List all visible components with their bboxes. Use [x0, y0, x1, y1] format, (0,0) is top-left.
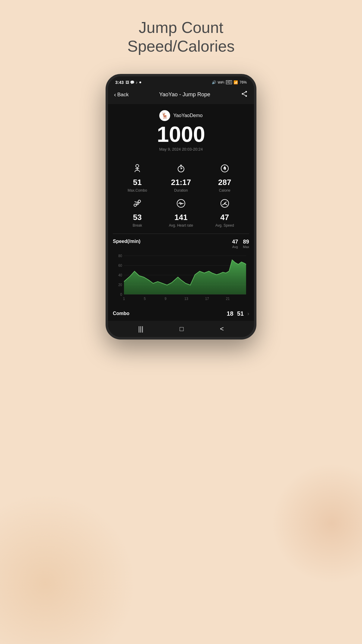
- svg-text:80: 80: [118, 253, 122, 258]
- svg-text:1: 1: [123, 296, 125, 301]
- speedometer-icon: [220, 199, 230, 210]
- page-title: Jump Count Speed/Calories: [127, 18, 235, 56]
- duration-label: Duration: [174, 188, 188, 193]
- break-label: Break: [133, 223, 142, 228]
- svg-text:17: 17: [205, 296, 209, 301]
- stat-speed: 47 Avg. Speed: [204, 199, 245, 228]
- user-info: 🦌 YaoYaoDemo 1000 May 9, 2024 20:03-20:2…: [114, 110, 248, 158]
- username: YaoYaoDemo: [173, 113, 202, 118]
- calorie-value: 287: [218, 178, 231, 187]
- duration-value: 21:17: [171, 178, 191, 187]
- speed-chart: 80 60 40 20 0 1 5 9: [113, 252, 249, 302]
- svg-text:60: 60: [118, 263, 122, 268]
- avg-speed-label: Avg. Speed: [215, 223, 234, 228]
- stats-grid: 51 Max.Combo 21:17 Duration: [114, 161, 248, 234]
- heart-rate-label: Avg. Heart rate: [169, 223, 193, 228]
- status-media-icon: 🖼 💬 ♪: [125, 80, 138, 84]
- stat-calorie: 287 Calorie: [204, 164, 245, 193]
- svg-text:21: 21: [226, 296, 230, 301]
- svg-text:40: 40: [118, 273, 122, 277]
- avatar: 🦌: [159, 110, 170, 121]
- svg-text:13: 13: [184, 296, 188, 301]
- svg-line-4: [243, 92, 246, 93]
- avg-speed-value: 47: [220, 213, 229, 222]
- max-combo-value: 51: [133, 178, 142, 187]
- chart-title: Speed(/min): [113, 239, 141, 244]
- flame-icon: [220, 164, 230, 175]
- jump-count: 1000: [157, 123, 205, 145]
- break-value: 53: [133, 213, 142, 222]
- svg-line-3: [243, 94, 246, 95]
- status-dot: [139, 81, 141, 83]
- svg-point-5: [136, 164, 139, 167]
- user-avatar-row: 🦌 YaoYaoDemo: [159, 110, 202, 121]
- combo-arrow-icon[interactable]: ›: [247, 311, 249, 317]
- svg-point-1: [242, 93, 243, 94]
- signal-icon: 📶: [233, 80, 238, 84]
- status-icons: 🔊 WiFi HD 📶 76%: [212, 80, 247, 84]
- chart-max-label: Max: [243, 245, 249, 249]
- stat-break: 53 Break: [117, 199, 158, 228]
- status-bar: 3:43 🖼 💬 ♪ 🔊 WiFi HD 📶 76%: [108, 76, 254, 87]
- wifi-icon: WiFi: [218, 81, 224, 84]
- chart-avg-value: 47: [232, 239, 238, 245]
- max-combo-label: Max.Combo: [128, 188, 147, 193]
- top-nav: ‹ Back YaoYao - Jump Rope: [108, 87, 254, 104]
- chart-avg-stat: 47 Avg: [232, 239, 238, 249]
- battery-indicator: 76%: [240, 80, 247, 84]
- home-button[interactable]: □: [179, 325, 183, 333]
- heartrate-icon: [176, 199, 186, 210]
- heart-rate-value: 141: [174, 213, 187, 222]
- calorie-label: Calorie: [219, 188, 230, 193]
- status-left: 3:43 🖼 💬 ♪: [115, 80, 141, 85]
- combo-section: Combo 18 51 ›: [108, 307, 254, 321]
- svg-point-0: [246, 91, 247, 92]
- phone-frame: 3:43 🖼 💬 ♪ 🔊 WiFi HD 📶 76% ‹ Back YaoYao…: [106, 74, 256, 340]
- combo-title: Combo: [113, 311, 129, 316]
- svg-text:9: 9: [164, 296, 167, 301]
- stopwatch-icon: [176, 164, 186, 175]
- status-time: 3:43: [115, 80, 124, 85]
- bottom-nav: ||| □ <: [108, 321, 254, 337]
- combo-value-1: 18: [227, 310, 233, 317]
- chart-stats: 47 Avg 89 Max: [232, 239, 249, 249]
- chart-header: Speed(/min) 47 Avg 89 Max: [113, 239, 249, 249]
- chart-max-stat: 89 Max: [243, 239, 249, 249]
- stat-heart-rate: 141 Avg. Heart rate: [161, 199, 202, 228]
- svg-text:5: 5: [144, 296, 146, 301]
- back-label: Back: [117, 92, 129, 98]
- person-icon: [132, 164, 142, 175]
- bluetooth-icon: 🔊: [212, 80, 216, 84]
- content-area: 🦌 YaoYaoDemo 1000 May 9, 2024 20:03-20:2…: [108, 104, 254, 234]
- stat-duration: 21:17 Duration: [161, 164, 202, 193]
- svg-text:20: 20: [118, 282, 122, 287]
- stat-max-combo: 51 Max.Combo: [117, 164, 158, 193]
- svg-point-20: [224, 203, 225, 204]
- break-icon: [132, 199, 142, 210]
- svg-point-2: [246, 95, 247, 97]
- back-nav-button[interactable]: <: [220, 325, 224, 333]
- svg-text:0: 0: [120, 292, 122, 297]
- svg-point-15: [138, 200, 141, 202]
- recent-apps-button[interactable]: |||: [138, 325, 143, 333]
- back-button[interactable]: ‹ Back: [114, 91, 129, 98]
- chart-section: Speed(/min) 47 Avg 89 Max: [108, 234, 254, 307]
- share-icon[interactable]: [241, 90, 248, 99]
- back-chevron-icon: ‹: [114, 91, 116, 98]
- combo-value-2: 51: [237, 310, 244, 317]
- chart-max-value: 89: [243, 239, 249, 245]
- hd-badge: HD: [226, 80, 232, 84]
- chart-avg-label: Avg: [232, 245, 238, 249]
- combo-values: 18 51 ›: [227, 310, 249, 317]
- date-range: May 9, 2024 20:03-20:24: [159, 147, 203, 151]
- nav-title: YaoYao - Jump Rope: [159, 91, 210, 98]
- divider: [113, 234, 249, 234]
